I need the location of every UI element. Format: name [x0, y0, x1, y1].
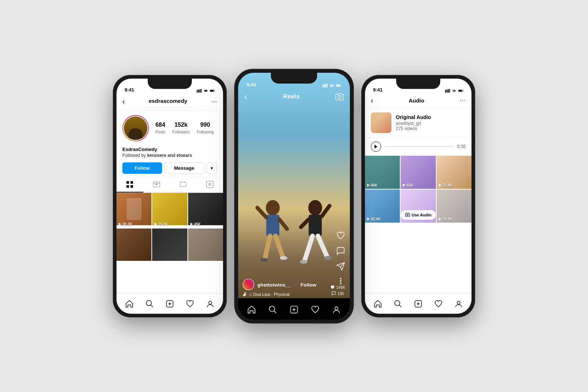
- bottom-nav-3: [365, 293, 472, 314]
- notch-3: [396, 79, 440, 89]
- audio-grid-count-1: 86K: [366, 183, 377, 187]
- reel-share-action[interactable]: [336, 262, 345, 271]
- svg-rect-38: [266, 215, 279, 236]
- reels-header: ‹ Reels: [238, 90, 350, 105]
- nav-heart-2[interactable]: [308, 301, 323, 317]
- reel-more-action[interactable]: [337, 277, 345, 285]
- following-label: Following: [197, 130, 214, 134]
- tab-grid[interactable]: [116, 177, 143, 193]
- svg-point-53: [338, 95, 341, 98]
- svg-marker-86: [439, 217, 441, 220]
- grid-item-3[interactable]: 45K: [188, 193, 223, 228]
- reel-comment-action[interactable]: [336, 246, 345, 255]
- svg-line-41: [265, 236, 270, 258]
- reel-username: ghettotwins__: [257, 281, 291, 287]
- notch-1: [148, 79, 192, 89]
- use-audio-button[interactable]: Use Audio: [401, 210, 435, 220]
- tab-tagged[interactable]: [197, 177, 223, 193]
- followers-count: 152k: [172, 122, 190, 128]
- audio-grid-item-5[interactable]: Use Audio: [401, 190, 435, 223]
- followed-by-users: kenzoere and eloears: [147, 153, 192, 158]
- tab-reels[interactable]: [143, 177, 170, 193]
- reel-like-action[interactable]: [336, 231, 345, 240]
- grid-item-1[interactable]: 30.2K: [116, 193, 151, 228]
- nav-profile-2[interactable]: [329, 301, 344, 317]
- svg-marker-81: [367, 217, 370, 220]
- nav-add-2[interactable]: [287, 301, 301, 317]
- follow-button[interactable]: Follow: [122, 162, 162, 174]
- svg-rect-32: [327, 83, 327, 87]
- audio-info-card: Original Audio amethyst_grl 275 videos: [365, 108, 472, 138]
- nav-search-3[interactable]: [391, 296, 405, 311]
- nav-add-3[interactable]: [411, 296, 425, 311]
- avatar: [122, 115, 149, 141]
- svg-line-88: [399, 305, 401, 307]
- nav-search-2[interactable]: [265, 301, 280, 317]
- back-icon-audio[interactable]: ‹: [371, 96, 373, 105]
- audio-title-text: Original Audio: [396, 114, 431, 120]
- svg-rect-72: [449, 89, 450, 93]
- svg-rect-31: [325, 84, 326, 87]
- svg-rect-14: [180, 182, 186, 187]
- svg-rect-76: [463, 90, 463, 91]
- message-button[interactable]: Message: [164, 162, 205, 174]
- nav-add-1[interactable]: [163, 296, 177, 311]
- status-bar-2: 9:41: [238, 73, 350, 90]
- svg-rect-69: [445, 90, 446, 93]
- svg-point-28: [209, 301, 212, 304]
- nav-heart-3[interactable]: [431, 296, 445, 311]
- grid-item-4[interactable]: [116, 229, 151, 263]
- grid-item-6[interactable]: [188, 229, 223, 263]
- camera-icon[interactable]: [335, 93, 344, 100]
- grid-item-5[interactable]: [152, 229, 187, 263]
- stat-following[interactable]: 990 Following: [197, 122, 214, 135]
- stat-followers[interactable]: 152k Followers: [172, 122, 190, 135]
- back-icon-profile[interactable]: ‹: [122, 97, 125, 106]
- nav-home-3[interactable]: [371, 296, 385, 311]
- svg-rect-9: [126, 185, 129, 188]
- svg-point-68: [335, 307, 338, 310]
- reels-title: Reels: [283, 93, 300, 100]
- audio-more-icon[interactable]: ···: [460, 97, 466, 104]
- reel-right-actions: [336, 231, 345, 285]
- stat-posts[interactable]: 684 Posts: [155, 122, 165, 135]
- nav-search-1[interactable]: [143, 296, 157, 311]
- dropdown-button[interactable]: ▾: [207, 162, 217, 174]
- display-name: EsdrasComedy: [122, 147, 217, 152]
- svg-rect-2: [200, 89, 201, 92]
- nav-heart-1[interactable]: [183, 296, 197, 311]
- profile-stats: 684 Posts 152k Followers 990 Following: [116, 111, 223, 146]
- back-icon-reels[interactable]: ‹: [244, 91, 247, 102]
- nav-profile-1[interactable]: [203, 296, 217, 311]
- svg-point-83: [407, 214, 408, 216]
- audio-grid-item-3[interactable]: 75.4K: [437, 156, 472, 189]
- audio-screen: ‹ Audio ··· Original Audio amethyst_grl …: [365, 95, 472, 293]
- play-button[interactable]: [371, 141, 381, 152]
- svg-point-37: [266, 200, 280, 215]
- phones-container: 9:41 ‹ esdrascomedy ···: [113, 75, 475, 317]
- bottom-nav-2: [238, 298, 350, 320]
- reel-user-avatar: [243, 278, 254, 290]
- profile-header: ‹ esdrascomedy ···: [116, 95, 223, 111]
- audio-grid-item-4[interactable]: 82.6K: [365, 190, 400, 223]
- reel-follow-button[interactable]: Follow: [301, 281, 316, 287]
- time-2: 9:41: [247, 82, 257, 87]
- progress-bar[interactable]: [385, 146, 453, 147]
- time-3: 9:41: [373, 87, 383, 93]
- nav-profile-3[interactable]: [452, 296, 466, 311]
- svg-marker-12: [155, 183, 158, 186]
- more-options-icon[interactable]: ···: [211, 98, 217, 105]
- svg-line-39: [257, 208, 266, 217]
- audio-meta: Original Audio amethyst_grl 275 videos: [396, 114, 431, 131]
- audio-grid-item-1[interactable]: 86K: [365, 156, 400, 189]
- grid-item-2[interactable]: 79.3K: [152, 193, 187, 228]
- nav-home-2[interactable]: [244, 301, 259, 317]
- audio-grid-item-2[interactable]: 65K: [401, 156, 435, 189]
- reel-stats: 145K 190: [330, 285, 345, 295]
- stat-group: 684 Posts 152k Followers 990 Following: [152, 122, 217, 135]
- svg-marker-20: [119, 223, 121, 226]
- tab-igtv[interactable]: [170, 177, 197, 193]
- svg-line-24: [151, 305, 153, 307]
- nav-home-1[interactable]: [122, 296, 136, 311]
- audio-grid-item-6[interactable]: 78.2K: [437, 190, 472, 223]
